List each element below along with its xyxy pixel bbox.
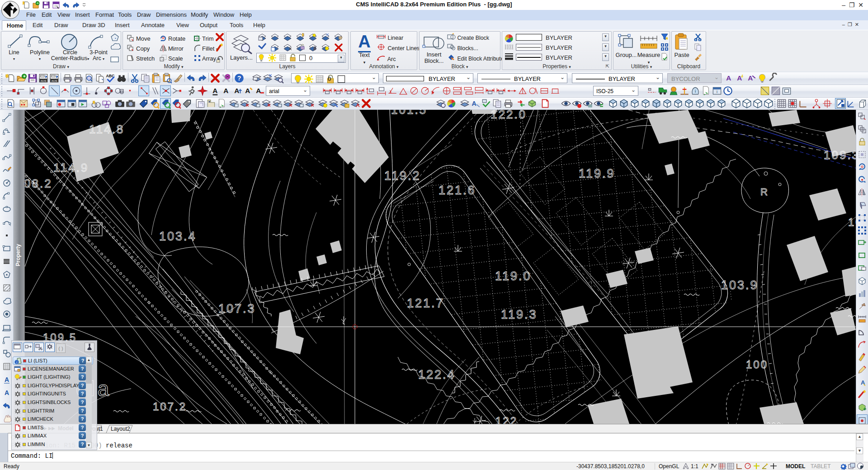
svg-text:109.3: 109.3: [824, 148, 856, 162]
svg-text:i: i: [717, 89, 717, 94]
svg-text:119.3: 119.3: [501, 308, 538, 321]
svg-text:10: 10: [848, 216, 856, 228]
svg-text:100: 100: [746, 358, 768, 371]
svg-text:107.2: 107.2: [153, 400, 187, 413]
svg-text:121.6: 121.6: [439, 183, 476, 197]
svg-text:i: i: [695, 89, 696, 94]
svg-text:103.9: 103.9: [721, 278, 759, 292]
svg-text:A: A: [472, 100, 476, 107]
svg-text:A: A: [245, 87, 250, 94]
svg-text:101.5: 101.5: [391, 110, 427, 117]
svg-text:121.7: 121.7: [407, 296, 444, 310]
svg-text:114.9: 114.9: [53, 161, 89, 174]
svg-text:A: A: [256, 87, 261, 94]
svg-text:122.0: 122.0: [491, 110, 527, 121]
svg-text:107.3: 107.3: [218, 302, 256, 315]
svg-text:ACIS: ACIS: [52, 80, 57, 82]
svg-text:i: i: [16, 360, 17, 364]
svg-text:122.4: 122.4: [418, 368, 456, 381]
svg-text:?: ?: [237, 75, 241, 82]
svg-text:114.8: 114.8: [89, 122, 124, 136]
svg-text:A: A: [234, 87, 239, 94]
svg-text:ACIS: ACIS: [41, 80, 47, 82]
svg-text:119.2: 119.2: [384, 169, 421, 183]
svg-text:A: A: [223, 87, 228, 94]
svg-text:103.4: 103.4: [159, 230, 197, 243]
svg-text:119.0: 119.0: [495, 269, 532, 283]
svg-text:122: 122: [495, 415, 518, 424]
svg-text:A: A: [4, 376, 9, 383]
svg-text:08.2: 08.2: [25, 177, 52, 190]
svg-text:A: A: [737, 74, 742, 82]
svg-text:A: A: [212, 87, 217, 94]
svg-text:A: A: [748, 74, 753, 82]
svg-text:R: R: [760, 186, 768, 197]
svg-text:A: A: [726, 74, 731, 82]
svg-text:A: A: [4, 389, 9, 396]
svg-text:119.9: 119.9: [579, 167, 615, 180]
